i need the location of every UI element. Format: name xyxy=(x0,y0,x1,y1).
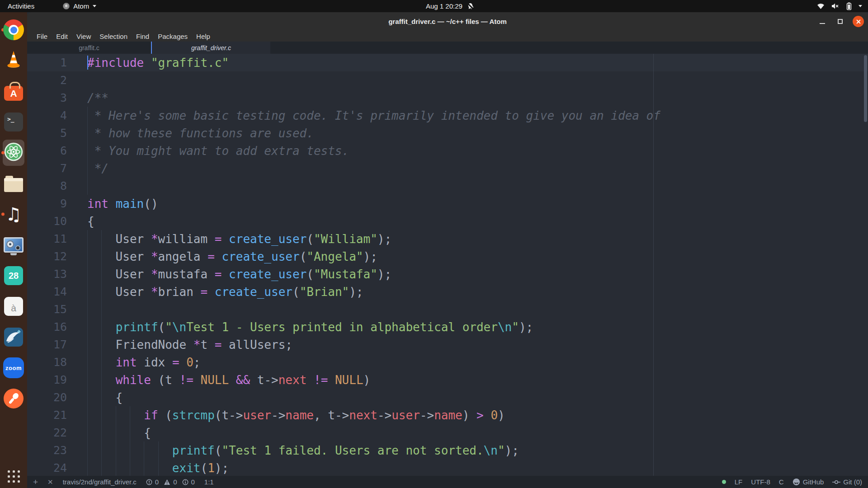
code-line-24[interactable]: 24 exit(1); xyxy=(27,459,868,476)
code-line-5[interactable]: 5 * how these functions are used. xyxy=(27,124,868,142)
indent-guide xyxy=(101,459,102,476)
app-menu[interactable]: Atom xyxy=(63,2,96,10)
line-number: 16 xyxy=(27,320,87,333)
code-line-23[interactable]: 23 printf("Test 1 failed. Users are not … xyxy=(27,441,868,459)
code-line-17[interactable]: 17 FriendNode *t = allUsers; xyxy=(27,336,868,353)
code-line-21[interactable]: 21 if (strcmp(t->user->name, t->next->us… xyxy=(27,406,868,424)
github-label: GitHub xyxy=(803,478,824,486)
code-line-20[interactable]: 20 { xyxy=(27,389,868,406)
line-number: 20 xyxy=(27,391,87,404)
code-line-9[interactable]: 9int main() xyxy=(27,195,868,212)
diagnostics[interactable]: 0 0 xyxy=(146,478,195,486)
indent-guide xyxy=(87,265,88,283)
line-ending-indicator[interactable]: LF xyxy=(735,478,743,486)
menu-bar: File Edit View Selection Find Packages H… xyxy=(27,31,868,42)
indent-guide xyxy=(116,424,116,441)
code-line-18[interactable]: 18 int idx = 0; xyxy=(27,353,868,371)
encoding-indicator[interactable]: UTF-8 xyxy=(751,478,770,486)
line-number: 23 xyxy=(27,444,87,457)
code-line-19[interactable]: 19 while (t != NULL && t->next != NULL) xyxy=(27,371,868,389)
dock-item-vlc[interactable] xyxy=(0,45,27,76)
line-number: 19 xyxy=(27,373,87,386)
git-panel-toggle[interactable]: Git (0) xyxy=(832,478,862,486)
volume-muted-icon xyxy=(831,3,840,9)
dock-item-zoom[interactable]: zoom xyxy=(0,352,27,383)
code-line-14[interactable]: 14 User *brian = create_user("Brian"); xyxy=(27,283,868,300)
restore-button[interactable] xyxy=(835,16,846,27)
line-number: 12 xyxy=(27,250,87,263)
menu-view[interactable]: View xyxy=(75,33,92,40)
menu-find[interactable]: Find xyxy=(135,33,150,40)
dock: A >_ xyxy=(0,12,27,488)
line-number: 15 xyxy=(27,303,87,316)
indent-guide xyxy=(87,248,88,265)
remove-project-button[interactable]: ✕ xyxy=(47,478,53,486)
close-button[interactable] xyxy=(853,16,864,27)
dock-item-videos[interactable] xyxy=(0,230,27,260)
indent-guide xyxy=(101,248,102,265)
window-controls xyxy=(816,12,864,31)
minimize-button[interactable] xyxy=(816,16,828,27)
activities-button[interactable]: Activities xyxy=(0,2,42,10)
menu-packages[interactable]: Packages xyxy=(157,33,189,40)
system-status-area[interactable] xyxy=(817,2,868,10)
dock-item-calendar[interactable]: 28 xyxy=(0,260,27,291)
atom-icon xyxy=(4,142,24,164)
desktop-main: A >_ xyxy=(0,12,868,488)
menu-help[interactable]: Help xyxy=(195,33,211,40)
code-line-1[interactable]: 1#include "graffit.c" xyxy=(27,54,868,71)
menu-selection[interactable]: Selection xyxy=(99,33,128,40)
show-applications-icon[interactable] xyxy=(8,470,20,483)
line-number: 5 xyxy=(27,127,87,140)
github-panel-toggle[interactable]: GitHub xyxy=(793,478,824,486)
github-icon xyxy=(793,478,800,486)
code-line-12[interactable]: 12 User *angela = create_user("Angela"); xyxy=(27,248,868,265)
screen: Activities Atom Aug 1 20:29 xyxy=(0,0,868,488)
dock-item-atom[interactable] xyxy=(0,137,27,168)
dock-item-chrome[interactable] xyxy=(0,14,27,45)
clock-menu[interactable]: Aug 1 20:29 xyxy=(426,0,475,12)
notifications-muted-icon xyxy=(467,2,475,10)
tab-graffit-c[interactable]: graffit.c xyxy=(27,42,151,54)
indent-guide xyxy=(87,160,88,177)
indent-guide xyxy=(130,406,130,424)
file-path[interactable]: travis/2nd/graffit_driver.c xyxy=(63,478,137,486)
indent-guide xyxy=(87,389,88,406)
grammar-indicator[interactable]: C xyxy=(779,478,784,486)
line-number: 10 xyxy=(27,215,87,228)
dock-item-files[interactable] xyxy=(0,168,27,199)
add-project-button[interactable]: + xyxy=(33,478,38,486)
code-line-7[interactable]: 7 */ xyxy=(27,160,868,177)
tab-graffit-driver-c[interactable]: graffit_driver.c xyxy=(151,42,270,54)
cursor-position[interactable]: 1:1 xyxy=(204,478,214,486)
code-line-3[interactable]: 3/** xyxy=(27,89,868,107)
indent-guide xyxy=(101,389,102,406)
dock-item-postman[interactable] xyxy=(0,383,27,414)
code-line-16[interactable]: 16 printf("\nTest 1 - Users printed in a… xyxy=(27,318,868,336)
dock-item-text-editor[interactable]: à xyxy=(0,291,27,322)
window-titlebar[interactable]: graffit_driver.c — ~/c++ files — Atom xyxy=(27,12,868,31)
code-line-11[interactable]: 11 User *william = create_user("William"… xyxy=(27,230,868,248)
indent-guide xyxy=(87,107,88,124)
dock-item-rhythmbox[interactable]: ♫ xyxy=(0,199,27,230)
code-editor[interactable]: 1#include "graffit.c"23/**4 * Here's som… xyxy=(27,54,868,476)
dock-item-terminal[interactable]: >_ xyxy=(0,107,27,137)
terminal-icon: >_ xyxy=(4,113,23,131)
indent-guide xyxy=(87,441,88,459)
app-menu-label: Atom xyxy=(73,2,89,10)
menu-file[interactable]: File xyxy=(36,33,48,40)
code-line-4[interactable]: 4 * Here's some basic testing code. It's… xyxy=(27,107,868,124)
code-line-6[interactable]: 6 * You might want to add extra tests. xyxy=(27,142,868,160)
code-line-8[interactable]: 8 xyxy=(27,177,868,195)
code-line-10[interactable]: 10{ xyxy=(27,212,868,230)
line-number: 18 xyxy=(27,356,87,369)
code-line-22[interactable]: 22 { xyxy=(27,424,868,441)
indent-guide xyxy=(87,124,88,142)
vertical-scrollbar[interactable] xyxy=(864,55,867,122)
code-line-2[interactable]: 2 xyxy=(27,71,868,89)
code-line-15[interactable]: 15 xyxy=(27,300,868,318)
code-line-13[interactable]: 13 User *mustafa = create_user("Mustafa"… xyxy=(27,265,868,283)
dock-item-mysql-workbench[interactable] xyxy=(0,322,27,352)
menu-edit[interactable]: Edit xyxy=(55,33,69,40)
dock-item-ubuntu-software[interactable]: A xyxy=(0,76,27,107)
